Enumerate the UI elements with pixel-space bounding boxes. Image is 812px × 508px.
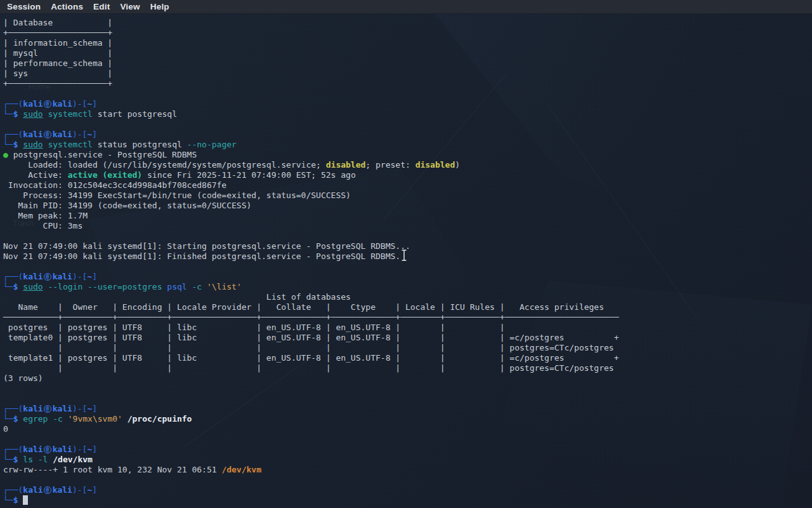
terminal-text-segment: Nov 21 07:49:00 kali systemd[1]: Startin… [3, 241, 410, 251]
menu-bar: SessionActionsEditViewHelp [0, 0, 812, 14]
terminal-line: 0 [3, 424, 812, 434]
terminal-text-segment: | mysql | [3, 48, 112, 58]
terminal-text-segment: | performance_schema | [3, 58, 112, 68]
terminal-text-segment: +────────────────────+ [3, 79, 112, 88]
terminal-text-segment: Process: 34199 ExecStart=/bin/true (code… [3, 190, 351, 200]
terminal-line: ┌──(kali@kali)-[~] [3, 485, 812, 495]
terminal-text-segment: kali [23, 99, 43, 109]
terminal-text-segment: ls [23, 455, 33, 464]
terminal-text-segment: (3 rows) [3, 373, 43, 383]
terminal-line: | information_schema | [3, 38, 812, 48]
terminal-text-segment: └─ [3, 495, 13, 505]
terminal-text-segment: | sys | [3, 69, 112, 78]
terminal-line: ┌──(kali@kali)-[~] [3, 404, 812, 414]
terminal-line: | | | | | | | | postgres=CTc/postgres [3, 343, 812, 353]
terminal-text-segment: '\list' [207, 282, 242, 291]
terminal-text-segment: disabled [416, 160, 455, 170]
terminal-text-segment [122, 414, 128, 424]
terminal-text-segment: sudo [23, 140, 43, 149]
terminal-text-segment: ┌──( [3, 272, 23, 281]
terminal-text-segment: └─ [3, 414, 13, 424]
terminal-text-segment: Mem peak: 1.7M [3, 211, 88, 220]
terminal-text-segment: -c [192, 282, 202, 291]
terminal-line: template0 | postgres | UTF8 | libc | en_… [3, 333, 812, 343]
terminal-text-segment: )-[ [72, 130, 87, 139]
terminal-text-segment: Main PID: 34199 (code=exited, status=0/S… [3, 201, 251, 210]
circled-at-icon: @ [44, 405, 51, 413]
menu-item-view[interactable]: View [115, 2, 145, 11]
terminal-line [3, 384, 812, 394]
terminal-text-segment: kali [53, 485, 72, 495]
terminal-text-segment: kali [23, 130, 43, 139]
terminal-text-segment [82, 282, 88, 291]
terminal-text-segment: kali [23, 404, 43, 413]
menu-item-edit[interactable]: Edit [88, 2, 115, 11]
terminal-text-segment: /dev/kvm [221, 465, 261, 474]
terminal-line: | performance_schema | [3, 58, 812, 69]
terminal-text-segment: since Fri 2025-11-21 07:49:00 EST; 52s a… [142, 170, 356, 180]
terminal-text-segment: kali [23, 272, 43, 281]
terminal-text-segment: psql [167, 282, 187, 291]
terminal-line: | Database | [3, 18, 812, 28]
terminal-text-segment: )-[ [72, 272, 87, 281]
terminal-line: +────────────────────+ [3, 79, 812, 89]
terminal-line: Main PID: 34199 (code=exited, status=0/S… [3, 201, 812, 211]
terminal-text-segment: Loaded: loaded (/usr/lib/systemd/system/… [3, 160, 326, 170]
terminal-line: Active: active (exited) since Fri 2025-1… [3, 170, 812, 180]
terminal-text-segment: )-[ [72, 404, 87, 413]
terminal-text-segment: -l [38, 455, 48, 464]
terminal-line: └─$ ls -l /dev/kvm [3, 455, 812, 465]
terminal-text-segment [33, 455, 38, 464]
terminal-line: Loaded: loaded (/usr/lib/systemd/system/… [3, 160, 812, 170]
terminal-line [3, 119, 812, 130]
service-status-dot: ● [3, 150, 8, 159]
terminal-text-segment: ┌──( [3, 404, 23, 413]
terminal-text-segment: └─ [3, 282, 13, 291]
terminal-text-segment: systemctl [48, 140, 92, 149]
terminal-line: ┌──(kali@kali)-[~] [3, 444, 812, 455]
terminal-text-segment: systemctl [48, 109, 92, 119]
terminal-text-segment [202, 282, 207, 291]
terminal-line: └─$ egrep -c '9vmx\svm0' /proc/cpuinfo [3, 414, 812, 424]
terminal-text-segment: ] [92, 99, 97, 109]
menu-item-help[interactable]: Help [145, 2, 174, 11]
terminal-text-segment: egrep [23, 414, 48, 424]
terminal-text-segment: -c [53, 414, 63, 424]
terminal-text-segment: ┌──( [3, 485, 23, 495]
terminal-text-segment: template0 | postgres | UTF8 | libc | en_… [3, 333, 619, 342]
menu-item-actions[interactable]: Actions [46, 2, 88, 11]
terminal-text-segment: --no-pager [187, 140, 237, 149]
terminal-block-cursor [23, 495, 28, 505]
terminal-text-segment: crw-rw----+ 1 root kvm 10, 232 Nov 21 06… [3, 465, 221, 474]
terminal-text-segment: kali [23, 485, 43, 495]
terminal-text-segment: /proc/cpuinfo [128, 414, 192, 424]
terminal-text-segment: ) [455, 160, 460, 170]
terminal-text-segment: start postgresql [93, 109, 177, 119]
terminal-text-segment: ┌──( [3, 444, 23, 454]
terminal-text-segment: )-[ [72, 99, 87, 109]
terminal-text-segment: kali [53, 99, 72, 109]
terminal-text-segment: kali [53, 130, 72, 139]
terminal-text-segment: ] [92, 444, 97, 454]
terminal-text-segment: CPU: 3ms [3, 221, 82, 231]
terminal-line: CPU: 3ms [3, 221, 812, 231]
terminal-line: └─$ [3, 495, 812, 505]
terminal-text-segment: kali [53, 444, 72, 454]
terminal-line: | | | | | | | | postgres=CTc/postgres [3, 363, 812, 373]
terminal-line: template1 | postgres | UTF8 | libc | en_… [3, 353, 812, 363]
terminal-line: └─$ sudo systemctl start postgresql [3, 109, 812, 119]
terminal-line [3, 262, 812, 272]
terminal-text-segment: | | | | | | | | postgres=CTc/postgres [3, 343, 614, 352]
circled-at-icon: @ [44, 486, 51, 494]
terminal-line: Name | Owner | Encoding | Locale Provide… [3, 302, 812, 312]
terminal-line: crw-rw----+ 1 root kvm 10, 232 Nov 21 06… [3, 465, 812, 475]
menu-item-session[interactable]: Session [2, 2, 46, 11]
terminal-text-segment: disabled [326, 160, 366, 170]
terminal-text-segment: kali [53, 404, 72, 413]
terminal-line [3, 394, 812, 404]
terminal-text-segment: /dev/kvm [53, 455, 93, 464]
terminal-text-segment: └─ [3, 455, 13, 464]
terminal-text-segment: Invocation: 012c504ec3cc4d998a4bf708ced8… [3, 180, 226, 190]
terminal-text-segment: )-[ [72, 485, 87, 495]
circled-at-icon: @ [44, 100, 51, 108]
